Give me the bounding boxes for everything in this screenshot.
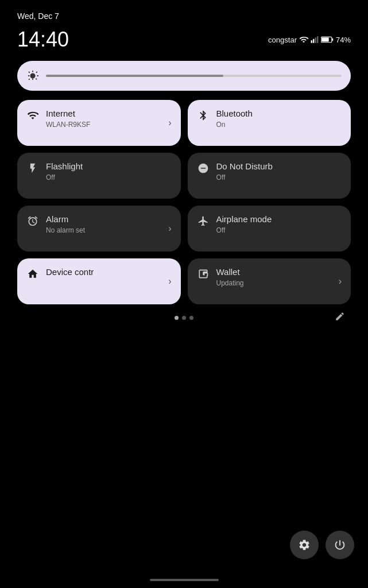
internet-text: Internet WLAN-R9KSF (46, 108, 161, 129)
bluetooth-icon (197, 109, 210, 122)
alarm-icon (26, 215, 39, 227)
wifi-icon (299, 35, 308, 44)
flashlight-text: Flashlight Off (46, 161, 172, 181)
svg-rect-3 (317, 36, 318, 43)
bluetooth-subtitle: On (216, 121, 342, 129)
bluetooth-text: Bluetooth On (216, 108, 342, 129)
dnd-icon (197, 162, 210, 175)
internet-title: Internet (46, 108, 161, 119)
power-button[interactable] (326, 531, 354, 559)
quick-tiles-grid: Internet WLAN-R9KSF › Bluetooth On Flash… (11, 100, 357, 304)
device-icon (26, 268, 39, 280)
battery-icon (321, 36, 334, 44)
signal-icon (311, 35, 319, 44)
tile-alarm[interactable]: Alarm No alarm set › (17, 206, 181, 252)
flashlight-subtitle: Off (46, 173, 172, 181)
edit-icon[interactable] (335, 311, 345, 324)
dnd-title: Do Not Disturb (216, 161, 342, 172)
wallet-title: Wallet (216, 266, 332, 278)
brightness-icon (26, 69, 39, 82)
wallet-subtitle: Updating (216, 279, 332, 287)
brightness-track[interactable] (46, 75, 342, 77)
status-icons: congstar 74% (268, 35, 351, 44)
tile-device[interactable]: Device contr › (17, 258, 181, 304)
alarm-subtitle: No alarm set (46, 226, 161, 234)
bluetooth-title: Bluetooth (216, 108, 342, 119)
alarm-text: Alarm No alarm set (46, 214, 161, 234)
pagination-dot-1[interactable] (175, 316, 179, 320)
svg-rect-0 (311, 40, 312, 43)
flashlight-title: Flashlight (46, 161, 172, 172)
svg-rect-2 (315, 38, 316, 43)
tile-flashlight[interactable]: Flashlight Off (17, 153, 181, 199)
tile-airplane[interactable]: Airplane mode Off (188, 206, 351, 252)
wallet-chevron: › (339, 276, 342, 287)
bottom-buttons (290, 531, 354, 559)
svg-rect-1 (313, 39, 314, 43)
flashlight-icon (26, 162, 39, 175)
airplane-title: Airplane mode (216, 214, 342, 225)
phone-container: Wed, Dec 7 14:40 congstar 74% (0, 0, 368, 588)
internet-chevron: › (168, 118, 171, 128)
battery-label: 74% (336, 36, 351, 44)
nav-bar (150, 579, 219, 581)
dnd-text: Do Not Disturb Off (216, 161, 342, 181)
pagination-dot-3[interactable] (189, 316, 193, 320)
alarm-chevron: › (168, 223, 171, 234)
carrier-label: congstar (268, 36, 297, 44)
wallet-icon (197, 268, 210, 280)
airplane-text: Airplane mode Off (216, 214, 342, 234)
tile-internet[interactable]: Internet WLAN-R9KSF › (17, 100, 181, 146)
clock-time: 14:40 (17, 28, 69, 52)
tile-bluetooth[interactable]: Bluetooth On (188, 100, 351, 146)
airplane-icon (197, 215, 210, 227)
status-bar: Wed, Dec 7 (11, 0, 357, 25)
settings-button[interactable] (290, 531, 319, 559)
svg-rect-5 (332, 38, 333, 41)
tile-wallet[interactable]: Wallet Updating › (188, 258, 351, 304)
pagination (11, 316, 357, 320)
pagination-dot-2[interactable] (182, 316, 186, 320)
airplane-subtitle: Off (216, 226, 342, 234)
internet-subtitle: WLAN-R9KSF (46, 121, 161, 129)
brightness-slider-container[interactable] (17, 61, 351, 91)
device-title: Device contr (46, 266, 161, 278)
device-text: Device contr (46, 266, 161, 278)
brightness-fill (46, 75, 223, 77)
svg-rect-6 (321, 37, 329, 41)
internet-icon (26, 109, 39, 122)
time-row: 14:40 congstar 74% (11, 25, 357, 61)
alarm-title: Alarm (46, 214, 161, 225)
tile-dnd[interactable]: Do Not Disturb Off (188, 153, 351, 199)
dnd-subtitle: Off (216, 173, 342, 181)
device-chevron: › (168, 276, 171, 287)
status-date: Wed, Dec 7 (17, 11, 59, 21)
wallet-text: Wallet Updating (216, 266, 332, 287)
